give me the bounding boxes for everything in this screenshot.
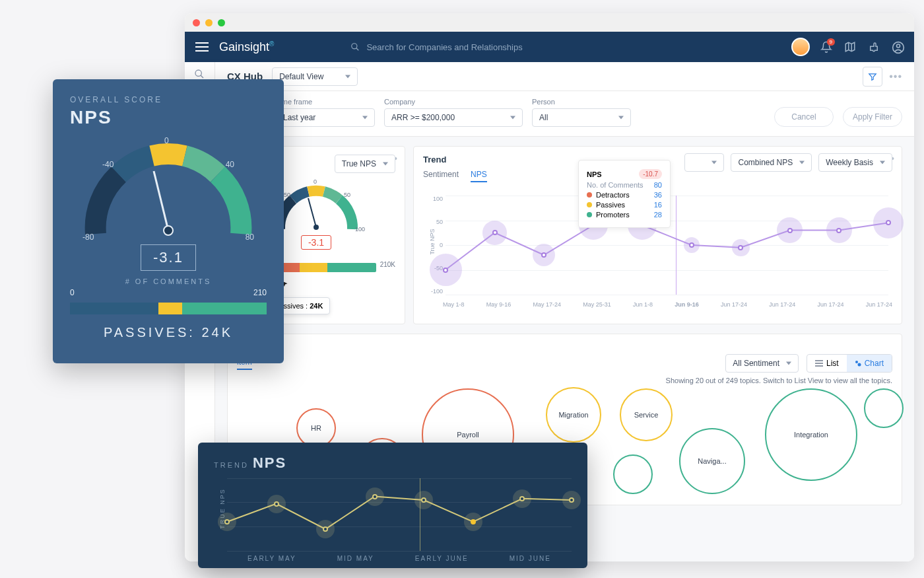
filters-row: Source Time frameLast year CompanyARR >=…	[215, 91, 914, 137]
passives-readout: PASSIVES: 24K	[70, 325, 267, 340]
trend-card: TREND NPS TRUE NPS EARLY MAYMID MAYEARLY…	[198, 443, 587, 568]
big-comments-bar	[70, 303, 267, 314]
apply-filter-button[interactable]: Apply Filter	[843, 107, 902, 127]
trend-metric-select[interactable]: Combined NPS	[731, 153, 812, 172]
filter-button[interactable]	[863, 67, 882, 87]
svg-point-11	[855, 361, 858, 363]
small-nps-value: -3.1	[301, 235, 331, 250]
trend-card-label: TREND	[214, 461, 249, 469]
cancel-button[interactable]: Cancel	[774, 107, 834, 127]
search-icon	[350, 42, 360, 52]
comments-label: # OF COMMENTS	[70, 277, 267, 285]
topic-bubble[interactable]	[613, 454, 653, 494]
timeframe-select[interactable]: Last year	[276, 108, 375, 127]
hub-header: CX Hub Default View •••	[215, 62, 914, 91]
top-nav: Gainsight® Search for Companies and Rela…	[185, 32, 914, 62]
profile-icon[interactable]	[892, 41, 904, 53]
list-view-button[interactable]: List	[807, 355, 847, 372]
user-avatar[interactable]	[791, 38, 810, 56]
timeframe-label: Time frame	[276, 98, 375, 106]
trend-basis-select[interactable]: Weekly Basis	[818, 153, 892, 172]
overall-score-card: OVERALL SCORE NPS -80 -40 0 40 80 -3.1 #…	[53, 79, 284, 363]
person-label: Person	[532, 98, 631, 106]
big-nps-value: -3.1	[141, 244, 196, 271]
global-search[interactable]: Search for Companies and Relationships	[350, 42, 781, 52]
sentiment-select[interactable]: All Sentiment	[725, 354, 799, 373]
svg-point-7	[314, 225, 319, 230]
topic-bubble[interactable]: Migration	[546, 387, 601, 443]
topic-bubble[interactable]: Service	[620, 388, 673, 441]
map-icon[interactable]	[844, 41, 856, 53]
maximize-window-dot[interactable]	[218, 19, 225, 26]
svg-point-0	[352, 44, 357, 49]
svg-point-14	[164, 226, 173, 235]
trend-controls: Combined NPS Weekly Basis	[684, 153, 892, 172]
svg-line-13	[154, 171, 168, 231]
big-gauge: -80 -40 0 40 80	[76, 135, 261, 240]
window-titlebar	[185, 13, 914, 32]
topic-bubble[interactable]: Integration	[765, 388, 857, 481]
trend-card-title: NPS	[253, 454, 286, 472]
svg-point-12	[857, 363, 861, 367]
brand-logo: Gainsight®	[219, 40, 274, 54]
topic-bubble[interactable]	[864, 388, 904, 428]
trend-panel: ••• Trend Sentiment NPS Combined NPS Wee…	[413, 146, 902, 324]
svg-line-6	[308, 198, 316, 227]
nps-metric-select[interactable]: True NPS	[335, 155, 395, 173]
minimize-window-dot[interactable]	[205, 19, 213, 26]
topic-bubble[interactable]: Naviga...	[679, 428, 745, 494]
trend-tooltip: NPS-10.7 No. of Comments80 Detractors36P…	[578, 160, 671, 228]
nps-heading: NPS	[70, 107, 267, 128]
svg-line-5	[201, 75, 203, 78]
svg-point-4	[195, 70, 201, 76]
notification-badge: 9	[827, 38, 835, 46]
panels-row: ••• True NPS -100 -50 0 50	[215, 137, 914, 334]
overall-score-label: OVERALL SCORE	[70, 95, 267, 104]
tab-sentiment[interactable]: Sentiment	[423, 170, 459, 182]
company-label: Company	[384, 98, 523, 106]
view-toggle: List Chart	[807, 354, 892, 373]
chart-view-button[interactable]: Chart	[847, 355, 892, 372]
hub-more-icon[interactable]: •••	[889, 71, 902, 83]
company-select[interactable]: ARR >= $200,000	[384, 108, 523, 127]
close-window-dot[interactable]	[193, 19, 200, 26]
search-placeholder: Search for Companies and Relationships	[366, 42, 522, 52]
tab-nps[interactable]: NPS	[471, 170, 487, 182]
trend-extra-select[interactable]	[684, 153, 724, 172]
person-select[interactable]: All	[532, 108, 631, 127]
top-actions: 9	[820, 41, 904, 53]
showing-text: Showing 20 out of 249 topics. Switch to …	[237, 377, 892, 384]
view-select[interactable]: Default View	[272, 67, 358, 86]
small-gauge: -100 -50 0 50 100	[270, 180, 362, 233]
hamburger-icon[interactable]	[195, 42, 209, 52]
puzzle-icon[interactable]	[868, 41, 880, 53]
topic-bubble[interactable]: HR	[296, 408, 336, 448]
svg-line-1	[356, 48, 359, 51]
svg-point-3	[897, 44, 900, 48]
bell-icon[interactable]: 9	[820, 41, 832, 53]
trend-card-plot	[227, 478, 572, 551]
